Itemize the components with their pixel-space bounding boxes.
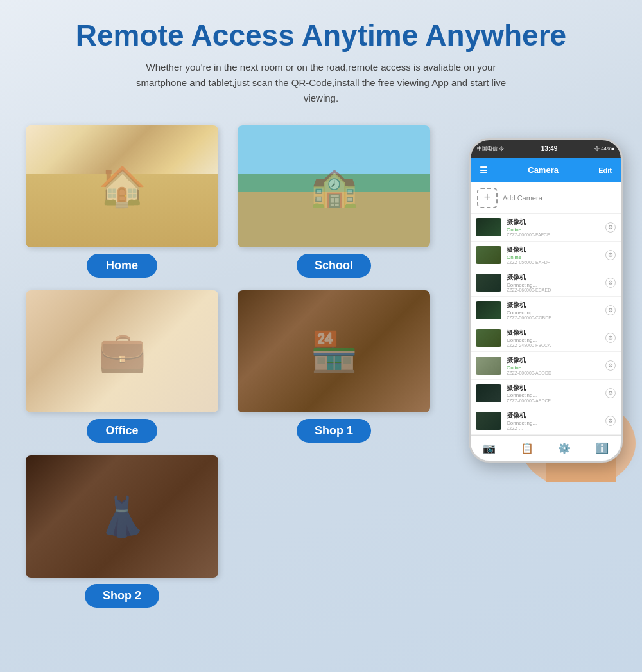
camera-id-1: ZZZZ-056000-EAFDF xyxy=(507,260,600,265)
camera-thumbnail-7 xyxy=(476,412,501,430)
phone-status-time: 13:49 xyxy=(541,145,558,152)
camera-item-7[interactable]: 摄像机 Connecting... ZZZZ-... ⚙ xyxy=(471,407,621,435)
location-card-shop1: Shop 1 xyxy=(238,290,430,443)
app-header: ☰ Camera Edit xyxy=(471,158,621,182)
camera-settings-icon-0[interactable]: ⚙ xyxy=(605,222,616,233)
camera-id-4: ZZZZ-248000-FBCCA xyxy=(507,343,600,348)
location-card-office: Office xyxy=(26,290,218,443)
plus-icon: + xyxy=(484,191,491,204)
camera-info-2: 摄像机 Connecting... ZZZZ-060000-ECAED xyxy=(507,273,600,292)
camera-thumbnail-5 xyxy=(476,357,501,375)
camera-item-1[interactable]: 摄像机 Online ZZZZ-056000-EAFDF ⚙ xyxy=(471,242,621,269)
camera-settings-icon-7[interactable]: ⚙ xyxy=(605,416,616,426)
header-section: Remote Access Anytime Anywhere Whether y… xyxy=(26,19,616,106)
camera-name-1: 摄像机 xyxy=(507,245,600,254)
camera-settings-icon-1[interactable]: ⚙ xyxy=(605,250,616,260)
camera-info-4: 摄像机 Connecting... ZZZZ-248000-FBCCA xyxy=(507,328,600,348)
camera-id-7: ZZZZ-... xyxy=(507,426,600,430)
camera-info-0: 摄像机 Online ZZZZ-000000-FAFCE xyxy=(507,218,600,237)
camera-info-3: 摄像机 Connecting... ZZZZ-560000-COBDE xyxy=(507,301,600,320)
location-card-home: Home xyxy=(26,125,218,278)
list-nav-icon: 📋 xyxy=(521,442,534,454)
nav-settings[interactable]: ⚙️ xyxy=(558,442,571,454)
camera-item-0[interactable]: 摄像机 Online ZZZZ-000000-FAFCE ⚙ xyxy=(471,214,621,242)
location-image-home xyxy=(26,125,218,247)
location-label-school: School xyxy=(297,254,371,278)
location-label-shop2: Shop 2 xyxy=(85,584,159,608)
camera-settings-icon-6[interactable]: ⚙ xyxy=(605,388,616,398)
camera-info-1: 摄像机 Online ZZZZ-056000-EAFDF xyxy=(507,245,600,265)
camera-info-6: 摄像机 Connecting... ZZZZ-600000-AEDCF xyxy=(507,384,600,403)
camera-thumbnail-3 xyxy=(476,301,501,319)
location-label-home: Home xyxy=(87,254,157,278)
camera-list: 摄像机 Online ZZZZ-000000-FAFCE ⚙ 摄像机 Onlin… xyxy=(471,214,621,435)
add-camera-icon: + xyxy=(477,188,498,208)
camera-status-5: Online xyxy=(507,365,600,371)
info-nav-icon: ℹ️ xyxy=(596,442,609,454)
app-edit-button[interactable]: Edit xyxy=(598,166,612,174)
page-subtitle: Whether you're in the next room or on th… xyxy=(122,60,520,106)
camera-thumbnail-0 xyxy=(476,218,501,236)
phone-status-left: 中国电信 令 xyxy=(477,145,504,152)
camera-id-2: ZZZZ-060000-ECAED xyxy=(507,288,600,292)
camera-name-2: 摄像机 xyxy=(507,273,600,282)
camera-status-0: Online xyxy=(507,227,600,233)
camera-id-6: ZZZZ-600000-AEDCF xyxy=(507,398,600,403)
camera-id-3: ZZZZ-560000-COBDE xyxy=(507,315,600,320)
camera-item-4[interactable]: 摄像机 Connecting... ZZZZ-248000-FBCCA ⚙ xyxy=(471,324,621,352)
page-container: Remote Access Anytime Anywhere Whether y… xyxy=(0,0,642,633)
camera-name-6: 摄像机 xyxy=(507,384,600,393)
settings-nav-icon: ⚙️ xyxy=(558,442,571,454)
camera-item-3[interactable]: 摄像机 Connecting... ZZZZ-560000-COBDE ⚙ xyxy=(471,297,621,324)
camera-thumbnail-6 xyxy=(476,384,501,402)
camera-thumbnail-4 xyxy=(476,329,501,347)
camera-item-6[interactable]: 摄像机 Connecting... ZZZZ-600000-AEDCF ⚙ xyxy=(471,380,621,407)
camera-status-7: Connecting... xyxy=(507,420,600,426)
location-card-school: School xyxy=(238,125,430,278)
camera-name-0: 摄像机 xyxy=(507,218,600,227)
camera-status-3: Connecting... xyxy=(507,310,600,315)
camera-nav-icon: 📷 xyxy=(483,442,496,454)
location-label-shop1: Shop 1 xyxy=(297,419,371,443)
camera-item-2[interactable]: 摄像机 Connecting... ZZZZ-060000-ECAED ⚙ xyxy=(471,269,621,297)
camera-name-5: 摄像机 xyxy=(507,356,600,365)
camera-info-5: 摄像机 Online ZZZZ-000000-ADDDD xyxy=(507,356,600,375)
camera-thumbnail-2 xyxy=(476,274,501,292)
content-row: Home School Office Shop 1 Shop 2 xyxy=(26,125,616,608)
add-camera-text: Add Camera xyxy=(503,194,542,202)
camera-status-1: Online xyxy=(507,254,600,260)
phone-mockup: 中国电信 令 13:49 令 44%■ ☰ Camera Edit + Add … xyxy=(469,138,623,463)
nav-camera[interactable]: 📷 xyxy=(483,442,496,454)
page-title: Remote Access Anytime Anywhere xyxy=(26,19,616,52)
camera-name-7: 摄像机 xyxy=(507,411,600,420)
location-card-shop2: Shop 2 xyxy=(26,455,218,608)
nav-info[interactable]: ℹ️ xyxy=(596,442,609,454)
camera-status-4: Connecting... xyxy=(507,337,600,343)
location-image-shop2 xyxy=(26,455,218,578)
camera-name-4: 摄像机 xyxy=(507,328,600,337)
app-menu-icon: ☰ xyxy=(480,165,488,175)
location-label-office: Office xyxy=(87,419,157,443)
camera-settings-icon-5[interactable]: ⚙ xyxy=(605,360,616,371)
phone-bottom-nav: 📷 📋 ⚙️ ℹ️ xyxy=(471,435,621,461)
add-camera-row[interactable]: + Add Camera xyxy=(471,182,621,214)
locations-grid: Home School Office Shop 1 Shop 2 xyxy=(26,125,430,608)
camera-name-3: 摄像机 xyxy=(507,301,600,310)
location-image-school xyxy=(238,125,430,247)
camera-item-5[interactable]: 摄像机 Online ZZZZ-000000-ADDDD ⚙ xyxy=(471,352,621,380)
camera-id-0: ZZZZ-000000-FAFCE xyxy=(507,233,600,237)
location-image-shop1 xyxy=(238,290,430,412)
camera-status-2: Connecting... xyxy=(507,282,600,288)
app-title: Camera xyxy=(488,165,598,175)
camera-id-5: ZZZZ-000000-ADDDD xyxy=(507,371,600,375)
location-image-office xyxy=(26,290,218,412)
camera-thumbnail-1 xyxy=(476,246,501,264)
camera-status-6: Connecting... xyxy=(507,393,600,398)
camera-settings-icon-4[interactable]: ⚙ xyxy=(605,333,616,343)
phone-status-right: 令 44%■ xyxy=(594,145,614,152)
nav-list[interactable]: 📋 xyxy=(521,442,534,454)
camera-info-7: 摄像机 Connecting... ZZZZ-... xyxy=(507,411,600,430)
camera-settings-icon-2[interactable]: ⚙ xyxy=(605,278,616,288)
phone-status-bar: 中国电信 令 13:49 令 44%■ xyxy=(471,140,621,158)
camera-settings-icon-3[interactable]: ⚙ xyxy=(605,305,616,315)
